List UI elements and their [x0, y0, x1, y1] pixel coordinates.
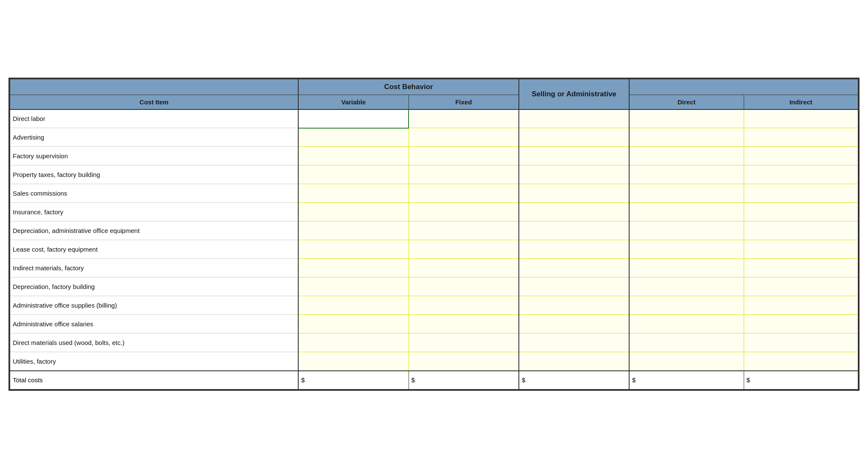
input-field-direct[interactable]	[632, 243, 741, 256]
input-direct[interactable]	[629, 109, 744, 128]
input-field-direct[interactable]	[632, 112, 741, 126]
input-direct[interactable]	[629, 128, 744, 147]
input-field-direct[interactable]	[632, 261, 741, 275]
input-selling-admin[interactable]	[519, 315, 629, 333]
input-field-selling-admin[interactable]	[522, 243, 626, 256]
input-field-selling-admin[interactable]	[522, 168, 626, 181]
input-fixed[interactable]	[409, 296, 519, 315]
input-direct[interactable]	[629, 184, 744, 203]
input-fixed[interactable]	[409, 109, 519, 128]
input-field-indirect[interactable]	[747, 243, 856, 256]
input-field-direct[interactable]	[632, 149, 741, 163]
input-direct[interactable]	[629, 333, 744, 352]
input-field-selling-admin[interactable]	[522, 261, 626, 275]
input-indirect[interactable]	[744, 333, 858, 352]
input-field-variable[interactable]	[301, 261, 406, 275]
input-indirect[interactable]	[744, 315, 858, 333]
input-selling-admin[interactable]	[519, 109, 629, 128]
input-variable[interactable]	[298, 203, 409, 221]
input-field-indirect[interactable]	[747, 168, 856, 181]
input-field-variable[interactable]	[301, 336, 406, 349]
input-direct[interactable]	[629, 296, 744, 315]
input-field-selling-admin[interactable]	[522, 317, 626, 331]
input-indirect[interactable]	[744, 240, 858, 259]
input-variable[interactable]	[298, 259, 409, 277]
input-indirect[interactable]	[744, 277, 858, 296]
input-selling-admin[interactable]	[519, 128, 629, 147]
input-variable[interactable]	[298, 315, 409, 333]
input-selling-admin[interactable]	[519, 184, 629, 203]
input-field-selling-admin[interactable]	[522, 187, 626, 200]
input-fixed[interactable]	[409, 203, 519, 221]
input-selling-admin[interactable]	[519, 203, 629, 221]
input-direct[interactable]	[629, 147, 744, 165]
input-variable[interactable]	[298, 296, 409, 315]
input-field-indirect[interactable]	[747, 224, 856, 237]
input-field-direct[interactable]	[632, 280, 741, 293]
input-field-selling-admin[interactable]	[522, 112, 626, 126]
input-direct[interactable]	[629, 221, 744, 240]
input-field-direct[interactable]	[632, 355, 741, 368]
input-field-direct[interactable]	[632, 131, 741, 144]
input-field-variable[interactable]	[301, 317, 406, 331]
input-fixed[interactable]	[409, 259, 519, 277]
input-field-fixed[interactable]	[412, 149, 516, 163]
input-selling-admin[interactable]	[519, 352, 629, 371]
input-variable[interactable]	[298, 109, 409, 128]
input-fixed[interactable]	[409, 128, 519, 147]
input-selling-admin[interactable]	[519, 277, 629, 296]
input-direct[interactable]	[629, 165, 744, 184]
input-variable[interactable]	[298, 165, 409, 184]
input-indirect[interactable]	[744, 184, 858, 203]
input-variable[interactable]	[298, 352, 409, 371]
input-field-variable[interactable]	[301, 149, 406, 163]
input-field-indirect[interactable]	[747, 355, 856, 368]
input-indirect[interactable]	[744, 165, 858, 184]
input-field-selling-admin[interactable]	[522, 336, 626, 349]
input-field-fixed[interactable]	[412, 187, 516, 200]
input-field-direct[interactable]	[632, 187, 741, 200]
input-field-selling-admin[interactable]	[522, 205, 626, 219]
input-variable[interactable]	[298, 128, 409, 147]
input-field-variable[interactable]	[301, 299, 406, 312]
input-selling-admin[interactable]	[519, 147, 629, 165]
input-fixed[interactable]	[409, 147, 519, 165]
input-fixed[interactable]	[409, 221, 519, 240]
input-selling-admin[interactable]	[519, 333, 629, 352]
input-field-direct[interactable]	[632, 168, 741, 181]
input-field-variable[interactable]	[301, 131, 406, 144]
input-field-selling-admin[interactable]	[522, 299, 626, 312]
input-variable[interactable]	[298, 147, 409, 165]
input-direct[interactable]	[629, 203, 744, 221]
input-field-fixed[interactable]	[412, 243, 516, 256]
input-variable[interactable]	[298, 277, 409, 296]
input-field-fixed[interactable]	[412, 112, 516, 126]
input-selling-admin[interactable]	[519, 296, 629, 315]
input-field-selling-admin[interactable]	[522, 149, 626, 163]
input-field-selling-admin[interactable]	[522, 224, 626, 237]
input-field-indirect[interactable]	[747, 317, 856, 331]
input-field-indirect[interactable]	[747, 280, 856, 293]
input-field-selling-admin[interactable]	[522, 280, 626, 293]
input-direct[interactable]	[629, 352, 744, 371]
input-indirect[interactable]	[744, 259, 858, 277]
input-variable[interactable]	[298, 184, 409, 203]
input-field-indirect[interactable]	[747, 187, 856, 200]
input-field-indirect[interactable]	[747, 261, 856, 275]
input-field-selling-admin[interactable]	[522, 131, 626, 144]
input-field-fixed[interactable]	[412, 168, 516, 181]
input-field-variable[interactable]	[301, 355, 406, 368]
input-selling-admin[interactable]	[519, 221, 629, 240]
input-direct[interactable]	[629, 277, 744, 296]
input-field-fixed[interactable]	[412, 336, 516, 349]
input-fixed[interactable]	[409, 240, 519, 259]
input-field-fixed[interactable]	[412, 261, 516, 275]
input-field-fixed[interactable]	[412, 224, 516, 237]
input-fixed[interactable]	[409, 165, 519, 184]
input-indirect[interactable]	[744, 109, 858, 128]
input-direct[interactable]	[629, 240, 744, 259]
input-field-fixed[interactable]	[412, 131, 516, 144]
input-field-direct[interactable]	[632, 299, 741, 312]
input-field-variable[interactable]	[301, 168, 406, 181]
input-indirect[interactable]	[744, 296, 858, 315]
